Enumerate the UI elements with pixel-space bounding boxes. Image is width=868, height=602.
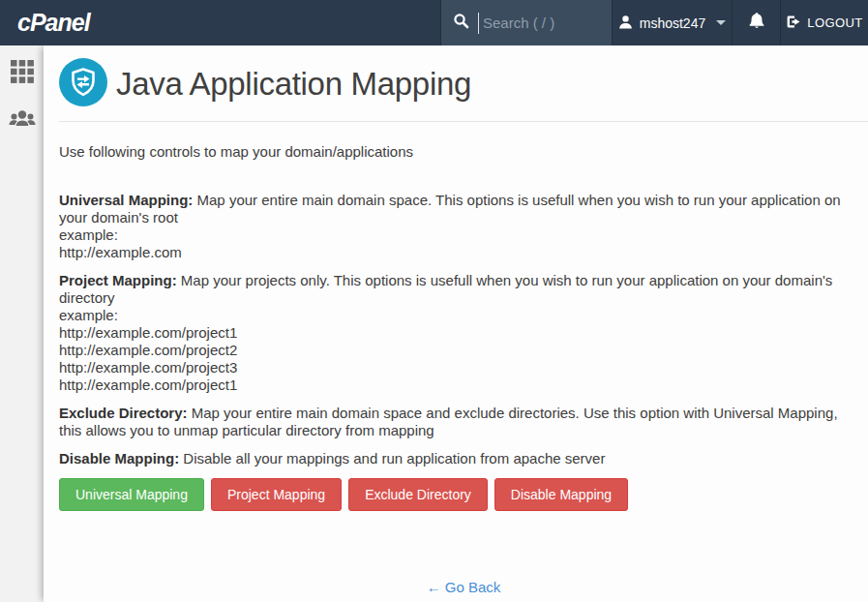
sign-out-icon: [786, 15, 801, 32]
bell-icon: [748, 12, 765, 34]
section-examples: example: http://example.com: [59, 226, 854, 261]
logout-button[interactable]: LOGOUT: [781, 0, 868, 45]
project-mapping-button[interactable]: Project Mapping: [211, 478, 342, 511]
users-icon[interactable]: [9, 107, 36, 131]
grid-icon[interactable]: [11, 60, 34, 83]
search-box[interactable]: [440, 0, 613, 45]
section-text: Disable all your mappings and run applic…: [183, 450, 605, 467]
section-label: Project Mapping:: [59, 272, 177, 288]
top-navbar: cPanel mshost247: [0, 0, 868, 45]
navbar-spacer: [90, 0, 440, 45]
action-buttons: Universal Mapping Project Mapping Exclud…: [59, 478, 868, 511]
page-header: Java Application Mapping: [59, 58, 868, 110]
username: mshost247: [640, 15, 705, 31]
user-icon: [618, 15, 633, 32]
cpanel-logo[interactable]: cPanel: [0, 0, 90, 45]
section-project-mapping: Project Mapping: Map your projects only.…: [59, 272, 854, 394]
main-content: Java Application Mapping Use following c…: [44, 45, 868, 602]
search-icon: [453, 13, 478, 33]
shield-sync-icon: [59, 58, 107, 110]
go-back-link[interactable]: ← Go Back: [427, 579, 501, 595]
intro-text: Use following controls to map your domai…: [59, 143, 868, 160]
user-menu[interactable]: mshost247: [613, 0, 733, 45]
left-sidebar: [0, 45, 44, 602]
universal-mapping-button[interactable]: Universal Mapping: [59, 478, 204, 511]
section-disable-mapping: Disable Mapping: Disable all your mappin…: [59, 450, 854, 467]
section-label: Exclude Directory:: [59, 405, 188, 421]
logout-label: LOGOUT: [807, 15, 862, 30]
section-universal-mapping: Universal Mapping: Map your entire main …: [59, 192, 854, 261]
notifications-button[interactable]: [733, 0, 781, 45]
section-exclude-directory: Exclude Directory: Map your entire main …: [59, 405, 854, 439]
disable-mapping-button[interactable]: Disable Mapping: [494, 478, 628, 511]
exclude-directory-button[interactable]: Exclude Directory: [348, 478, 488, 511]
section-examples: example: http://example.com/project1 htt…: [59, 307, 854, 394]
chevron-down-icon: [716, 20, 726, 25]
search-input[interactable]: [478, 13, 594, 34]
section-label: Universal Mapping:: [59, 192, 193, 208]
header-divider: [59, 121, 868, 122]
go-back-container: ← Go Back: [59, 579, 868, 596]
page-title: Java Application Mapping: [116, 66, 471, 103]
section-label: Disable Mapping:: [59, 450, 179, 467]
